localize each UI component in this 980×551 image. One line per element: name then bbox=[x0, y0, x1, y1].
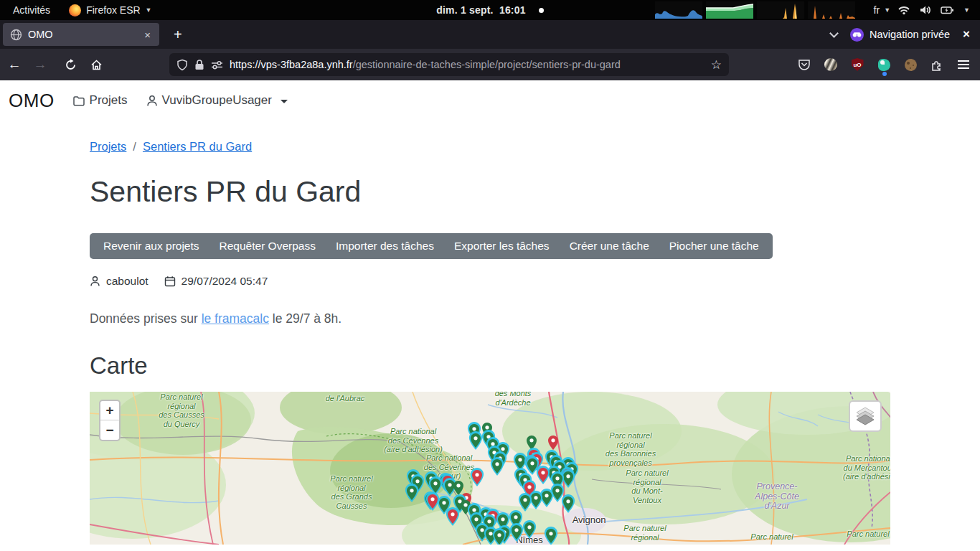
map-marker-red[interactable] bbox=[445, 507, 461, 530]
page-title: Sentiers PR du Gard bbox=[90, 175, 890, 209]
nav-projects-label: Projets bbox=[90, 93, 128, 108]
forward-button: → bbox=[29, 53, 52, 76]
nav-user-label: VuvibGroupeUsager bbox=[162, 93, 272, 108]
bookmark-star-icon[interactable]: ☆ bbox=[711, 57, 722, 72]
zoom-out-button[interactable]: − bbox=[100, 420, 119, 440]
permissions-icon[interactable] bbox=[211, 59, 223, 71]
chevron-down-icon: ▼ bbox=[146, 6, 152, 14]
map-marker-green[interactable] bbox=[468, 430, 484, 454]
globe-icon bbox=[10, 29, 22, 41]
url-text[interactable]: https://vps-3fba2a8a.ynh.fr/gestionnaire… bbox=[230, 59, 705, 70]
site-header: OMO Projets VuvibGroupeUsager bbox=[0, 80, 980, 121]
home-button[interactable] bbox=[85, 53, 108, 76]
nav-projects[interactable]: Projets bbox=[73, 93, 128, 108]
firefox-nav-toolbar: ← → https://vps-3fba2a8a.ynh.fr/gestionn… bbox=[0, 49, 980, 80]
app-menu-label: Firefox ESR bbox=[86, 4, 140, 16]
extensions-puzzle-icon[interactable] bbox=[926, 53, 948, 76]
lock-icon[interactable] bbox=[194, 59, 204, 71]
notification-dot-icon bbox=[539, 8, 544, 13]
shield-icon[interactable] bbox=[176, 59, 188, 71]
window-close-icon[interactable]: × bbox=[963, 27, 970, 42]
chevron-down-icon: ▼ bbox=[884, 6, 890, 14]
network-out-graph-icon bbox=[808, 1, 855, 19]
map-canvas[interactable]: + − Parc naturelrégionaldes Caussesdu Qu… bbox=[90, 392, 890, 545]
system-menu-chevron-icon[interactable]: ▼ bbox=[963, 6, 970, 14]
cpu-graph-icon bbox=[655, 1, 702, 19]
folder-icon bbox=[73, 95, 85, 106]
map-marker-red[interactable] bbox=[469, 467, 485, 491]
memory-graph-icon bbox=[706, 1, 753, 19]
battery-icon bbox=[941, 4, 955, 16]
map-marker-red[interactable] bbox=[535, 465, 551, 489]
tab-omo[interactable]: OMO × bbox=[3, 23, 159, 46]
tab-close-icon[interactable]: × bbox=[141, 29, 154, 41]
person-icon bbox=[90, 276, 100, 287]
activities-button[interactable]: Activités bbox=[13, 4, 50, 16]
calendar-icon bbox=[164, 276, 176, 287]
project-action-bar: Revenir aux projets Requêter Overpass Im… bbox=[90, 233, 773, 259]
person-icon bbox=[146, 95, 158, 107]
new-tab-button[interactable]: + bbox=[168, 27, 188, 43]
map-heading: Carte bbox=[90, 352, 890, 380]
wifi-icon bbox=[897, 4, 910, 16]
pocket-icon[interactable] bbox=[793, 53, 815, 76]
firefox-tab-bar: OMO × + Navigation privée × bbox=[0, 20, 980, 49]
map-layers-control[interactable] bbox=[849, 400, 882, 432]
ublock-origin-icon[interactable]: uO bbox=[847, 53, 868, 76]
author: caboulot bbox=[106, 275, 149, 288]
action-export-tasks[interactable]: Exporter les tâches bbox=[444, 233, 560, 259]
app-menu[interactable]: Firefox ESR ▼ bbox=[69, 4, 151, 17]
map-marker-green[interactable] bbox=[489, 456, 505, 480]
private-badge-label: Navigation privée bbox=[870, 29, 950, 40]
action-import-tasks[interactable]: Importer des tâches bbox=[326, 233, 444, 259]
keyboard-layout[interactable]: fr ▼ bbox=[874, 4, 890, 16]
teal-extension-icon[interactable] bbox=[873, 53, 895, 76]
reload-button[interactable] bbox=[59, 53, 82, 76]
breadcrumb-separator: / bbox=[133, 140, 136, 154]
action-query-overpass[interactable]: Requêter Overpass bbox=[209, 233, 326, 259]
private-mask-icon bbox=[850, 28, 864, 42]
map-marker-green[interactable] bbox=[543, 526, 559, 545]
action-pick-task[interactable]: Piocher une tâche bbox=[659, 233, 769, 259]
firefox-icon bbox=[69, 4, 81, 17]
tab-list-chevron-icon[interactable] bbox=[829, 29, 839, 38]
gnome-top-bar: Activités Firefox ESR ▼ dim. 1 sept. 16:… bbox=[0, 0, 980, 20]
privacy-badger-icon[interactable] bbox=[820, 53, 842, 76]
map-marker-green[interactable] bbox=[491, 527, 507, 545]
breadcrumb-project-link[interactable]: Sentiers PR du Gard bbox=[143, 140, 252, 154]
brand[interactable]: OMO bbox=[9, 90, 55, 112]
action-create-task[interactable]: Créer une tâche bbox=[560, 233, 659, 259]
tab-title: OMO bbox=[28, 29, 136, 40]
layers-icon bbox=[855, 407, 875, 425]
breadcrumb: Projets / Sentiers PR du Gard bbox=[90, 140, 890, 154]
system-monitor-graphs[interactable] bbox=[655, 1, 855, 19]
chevron-down-icon bbox=[281, 100, 288, 103]
map-marker-green[interactable] bbox=[404, 483, 420, 507]
clock[interactable]: dim. 1 sept. 16:01 bbox=[436, 4, 525, 16]
private-browsing-badge: Navigation privée bbox=[850, 28, 950, 42]
data-note: Données prises sur le framacalc le 29/7 … bbox=[90, 311, 890, 326]
volume-icon bbox=[919, 4, 932, 16]
back-button[interactable]: ← bbox=[3, 53, 26, 76]
map-marker-green[interactable] bbox=[560, 494, 576, 517]
page-content: OMO Projets VuvibGroupeUsager Projets / … bbox=[0, 80, 980, 551]
framacalc-link[interactable]: le framacalc bbox=[202, 311, 269, 326]
network-in-graph-icon bbox=[757, 1, 804, 19]
map-zoom-control: + − bbox=[99, 400, 121, 441]
menu-hamburger-icon[interactable] bbox=[953, 53, 974, 76]
breadcrumb-projects-link[interactable]: Projets bbox=[90, 140, 126, 154]
project-meta: caboulot 29/07/2024 05:47 bbox=[90, 275, 890, 288]
zoom-in-button[interactable]: + bbox=[100, 401, 119, 420]
cookie-extension-icon[interactable] bbox=[900, 53, 921, 76]
action-back-to-projects[interactable]: Revenir aux projets bbox=[93, 233, 209, 259]
date: 29/07/2024 05:47 bbox=[182, 275, 268, 288]
url-bar[interactable]: https://vps-3fba2a8a.ynh.fr/gestionnaire… bbox=[169, 53, 729, 76]
nav-user-menu[interactable]: VuvibGroupeUsager bbox=[146, 93, 288, 108]
